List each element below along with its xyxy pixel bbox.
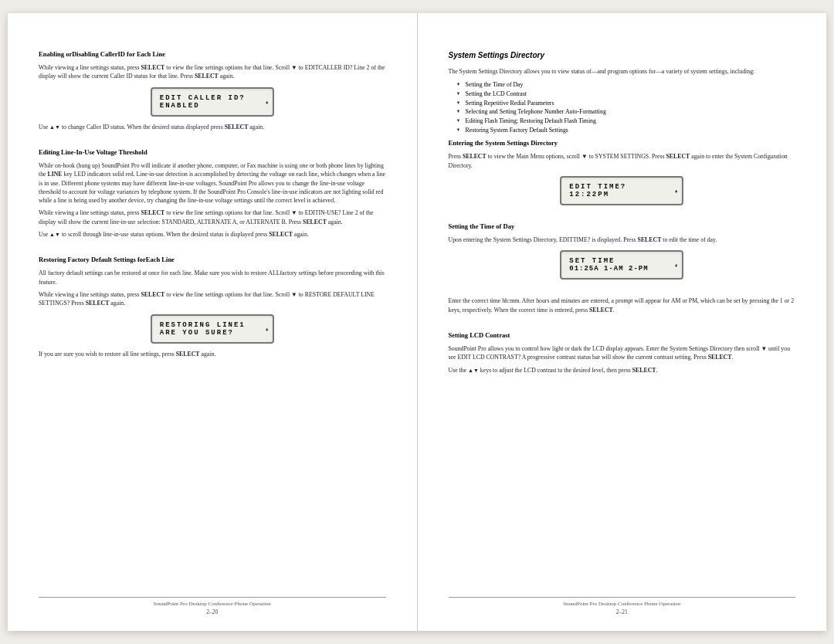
right-intro: The System Settings Directory allows you… (449, 67, 796, 76)
left-page: Enabling orDisabling CallerID for Each L… (8, 13, 418, 631)
lcd-line1-edittime: EDIT TIME? (569, 183, 670, 191)
bullet-list: Setting the Time of Day Setting the LCD … (456, 80, 796, 134)
caller-id-para2: Use ▲▼ to change Caller ID status. When … (39, 123, 386, 131)
section-time-of-day: Setting the Time of Day Upon entering th… (449, 222, 796, 280)
section-restore: Restoring Factory Default Settings forEa… (39, 256, 386, 358)
time-para1: Upon entering the System Settings Direct… (449, 236, 796, 244)
right-page-title: System Settings Directory (449, 50, 796, 61)
section-title-entering: Entering the System Settings Directory (449, 139, 796, 147)
contrast-para2: Use the ▲▼ keys to adjust the LCD contra… (449, 366, 796, 375)
lcd-line1-settime: SET TIME (569, 257, 670, 265)
lcd-line2-restore: ARE YOU SURE? (160, 329, 260, 337)
lcd-edit-time: EDIT TIME? 12:22PM ⬧ (449, 176, 796, 205)
lcd-line2-caller: ENABLED (160, 102, 260, 110)
section-title-caller-id: Enabling orDisabling CallerID for Each L… (39, 50, 386, 59)
section-caller-id: Enabling orDisabling CallerID for Each L… (39, 50, 386, 131)
voltage-para2: While viewing a line settings status, pr… (39, 208, 386, 226)
section-entering-system: Entering the System Settings Directory P… (449, 139, 796, 205)
entering-para1: Press SELECT to view the Main Menu optio… (449, 152, 796, 170)
voltage-para3: Use ▲▼ to scroll through line-in-use sta… (39, 230, 386, 239)
section-title-voltage: Editing Line-In-Use Voltage Threshold (39, 148, 386, 157)
section-voltage: Editing Line-In-Use Voltage Threshold Wh… (39, 148, 386, 239)
lcd-display-caller-id: EDIT CALLER ID? ENABLED ⬧ (151, 87, 274, 117)
bullet-item-5: Restoring System Factory Default Setting… (456, 126, 796, 135)
lcd-line1-restore: RESTORING LINE1 (160, 321, 260, 329)
bullet-item-0: Setting the Time of Day (456, 80, 796, 90)
lcd-arrow-restore: ⬧ (265, 325, 269, 333)
lcd-display-restore: RESTORING LINE1 ARE YOU SURE? ⬧ (151, 314, 274, 344)
lcd-arrow-caller: ⬧ (265, 98, 269, 106)
lcd-line2-settime: 01:25A 1-AM 2-PM (569, 265, 670, 273)
section-title-time: Setting the Time of Day (449, 222, 796, 231)
section-lcd-contrast: Setting LCD Contrast SoundPoint Pro allo… (449, 331, 796, 375)
bullet-item-1: Setting the LCD Contrast (456, 90, 796, 99)
left-page-number: 2–20 (39, 608, 386, 615)
right-footer-text: SoundPoint Pro Desktop Conference Phone … (449, 601, 796, 607)
contrast-para1: SoundPoint Pro allows you to control how… (449, 344, 796, 362)
right-page: System Settings Directory The System Set… (418, 13, 827, 631)
lcd-arrow-edittime: ⬧ (674, 187, 678, 195)
lcd-line2-edittime: 12:22PM (569, 191, 670, 198)
restore-para3: If you are sure you wish to restore all … (39, 350, 386, 358)
bullet-item-2: Setting Repetitive Redial Parameters (456, 99, 796, 108)
right-footer-line: SoundPoint Pro Desktop Conference Phone … (449, 597, 796, 615)
page-spread: Enabling orDisabling CallerID for Each L… (8, 13, 826, 631)
caller-id-para1: While viewing a line settings status, pr… (39, 63, 386, 81)
lcd-set-time: SET TIME 01:25A 1-AM 2-PM ⬧ (449, 250, 796, 280)
left-footer-text: SoundPoint Pro Desktop Conference Phone … (39, 601, 386, 607)
lcd-display-edit-time: EDIT TIME? 12:22PM ⬧ (560, 176, 683, 205)
right-page-number: 2–21 (449, 608, 796, 615)
voltage-para1: While on-hook (hung up) SoundPoint Pro w… (39, 161, 386, 205)
restore-para2: While viewing a line settings status, pr… (39, 290, 386, 308)
left-footer-line: SoundPoint Pro Desktop Conference Phone … (39, 597, 386, 615)
lcd-display-set-time: SET TIME 01:25A 1-AM 2-PM ⬧ (560, 250, 683, 280)
section-title-contrast: Setting LCD Contrast (449, 331, 796, 340)
lcd-caller-id: EDIT CALLER ID? ENABLED ⬧ (39, 87, 386, 117)
left-footer: SoundPoint Pro Desktop Conference Phone … (8, 597, 417, 615)
section-title-restore: Restoring Factory Default Settings forEa… (39, 256, 386, 264)
section-time-note: Enter the correct time hh:mm. After hour… (449, 297, 796, 314)
bullet-item-4: Editing Flash Timing; Restoring Default … (456, 117, 796, 126)
lcd-line1-caller: EDIT CALLER ID? (160, 94, 260, 102)
lcd-restore: RESTORING LINE1 ARE YOU SURE? ⬧ (39, 314, 386, 344)
right-footer: SoundPoint Pro Desktop Conference Phone … (418, 597, 827, 615)
time-note-para1: Enter the correct time hh:mm. After hour… (449, 297, 796, 314)
bullet-item-3: Selecting and Setting Telephone Number A… (456, 107, 796, 117)
lcd-arrow-settime: ⬧ (674, 261, 678, 269)
restore-para1: All factory default settings can be rest… (39, 269, 386, 286)
